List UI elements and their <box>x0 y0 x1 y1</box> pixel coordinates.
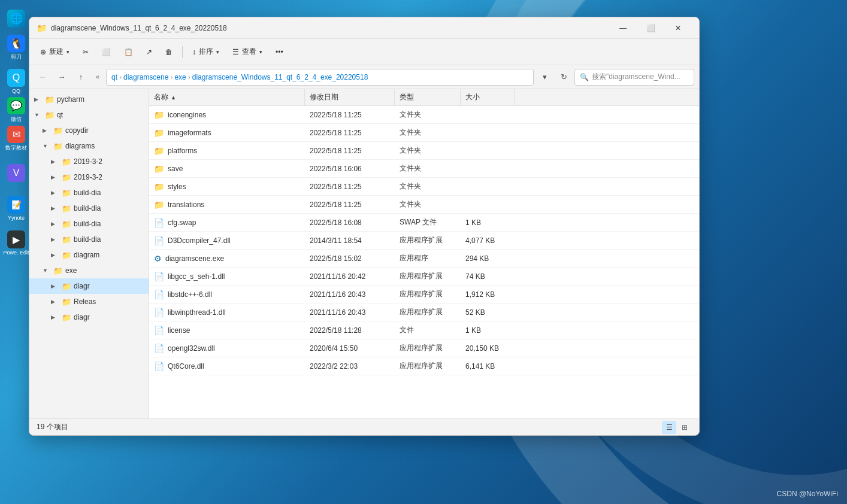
sidebar: ▶ 📁 pycharm ▼ 📁 qt ▶ 📁 copydir ▼ 📁 diagr… <box>29 89 149 418</box>
explorer-window: 📁 diagramscene_Windows_11_qt_6_2_4_exe_2… <box>29 17 700 436</box>
taskbar-icon-app1[interactable]: V <box>3 160 29 187</box>
back-button[interactable]: ← <box>34 69 51 86</box>
maximize-button[interactable]: ⬜ <box>637 17 664 39</box>
address-bar: ← → ↑ « qt › diagramscene › exe › diagra… <box>29 65 699 89</box>
taskbar-icon-browser[interactable]: 🌐 <box>3 6 29 32</box>
file-icon: 📄 <box>154 272 164 281</box>
grid-view-button[interactable]: ⊞ <box>677 421 692 434</box>
sort-icon: ↕ <box>192 48 196 56</box>
file-icon: 📄 <box>154 308 164 317</box>
delete-button[interactable]: 🗑 <box>159 42 179 62</box>
taskbar-icon-qq2[interactable]: Q QQ <box>3 68 29 95</box>
breadcrumb-bar[interactable]: qt › diagramscene › exe › diagramscene_W… <box>106 69 534 86</box>
title-controls: — ⬜ ✕ <box>609 17 692 39</box>
file-icon: 📄 <box>154 362 164 371</box>
file-row-platforms[interactable]: 📁platforms 2022/5/18 11:25 文件夹 <box>149 142 699 160</box>
sidebar-item-exe[interactable]: ▼ 📁 exe <box>29 263 149 278</box>
folder-icon: 📁 <box>62 282 71 291</box>
column-header-type[interactable]: 类型 <box>395 89 461 105</box>
up-button[interactable]: ↑ <box>72 69 89 86</box>
file-row[interactable]: 📄license 2022/5/18 11:28 文件 1 KB <box>149 321 699 339</box>
expand-arrow: ▶ <box>51 314 59 320</box>
cut-icon: ✂ <box>83 48 89 56</box>
breadcrumb-diagramscene[interactable]: diagramscene <box>123 73 168 81</box>
sidebar-item-diagram[interactable]: ▶ 📁 diagram <box>29 247 149 263</box>
breadcrumb-exe[interactable]: exe <box>174 73 186 81</box>
address-dropdown-button[interactable]: ▾ <box>536 69 553 86</box>
search-bar[interactable]: 🔍 搜索"diagramscene_Wind... <box>574 69 694 86</box>
new-button[interactable]: ⊕ 新建 ▾ <box>34 42 75 62</box>
more-button[interactable]: ••• <box>270 42 289 62</box>
folder-icon: 📁 <box>154 128 164 138</box>
taskbar-icon-wechat[interactable]: 💬 微信 <box>3 97 29 123</box>
file-row[interactable]: 📄libwinpthread-1.dll 2021/11/16 20:43 应用… <box>149 303 699 321</box>
folder-icon: 📁 <box>62 173 71 182</box>
file-row[interactable]: 📄Qt6Core.dll 2022/3/2 22:03 应用程序扩展 6,141… <box>149 357 699 375</box>
folder-icon: 📁 <box>154 200 164 210</box>
copy-button[interactable]: ⬜ <box>96 42 117 62</box>
sort-button[interactable]: ↕ 排序 ▾ <box>186 42 225 62</box>
new-icon: ⊕ <box>40 48 46 56</box>
share-button[interactable]: ↗ <box>140 42 158 62</box>
sidebar-item-releas[interactable]: ▶ 📁 Releas <box>29 294 149 309</box>
cut-button[interactable]: ✂ <box>77 42 95 62</box>
sidebar-item-copydir[interactable]: ▶ 📁 copydir <box>29 123 149 138</box>
folder-icon: 📁 <box>62 297 71 306</box>
taskbar-icon-yynote[interactable]: 📝 Yynote <box>3 195 29 221</box>
sidebar-item-2019-2[interactable]: ▶ 📁 2019-3-2 <box>29 169 149 185</box>
folder-icon: 📁 <box>62 189 71 198</box>
file-list-header: 名称 ▲ 修改日期 类型 大小 <box>149 89 699 106</box>
file-row[interactable]: 📄cfg.swap 2022/5/18 16:08 SWAP 文件 1 KB <box>149 214 699 232</box>
expand-arrow: ▶ <box>51 190 59 196</box>
breadcrumb-current[interactable]: diagramscene_Windows_11_qt_6_2_4_exe_202… <box>192 73 368 81</box>
file-row[interactable]: 📁styles 2022/5/18 11:25 文件夹 <box>149 178 699 196</box>
file-row[interactable]: 📄libgcc_s_seh-1.dll 2021/11/16 20:42 应用程… <box>149 268 699 286</box>
sidebar-item-build1[interactable]: ▶ 📁 build-dia <box>29 185 149 201</box>
toolbar: ⊕ 新建 ▾ ✂ ⬜ 📋 ↗ 🗑 ↕ 排序 ▾ ☰ 查看 ▾ <box>29 39 699 65</box>
list-view-button[interactable]: ☰ <box>662 421 676 434</box>
taskbar-icon-mail[interactable]: ✉ 数字教材 <box>3 126 29 152</box>
folder-icon: 📁 <box>62 251 71 260</box>
minimize-button[interactable]: — <box>609 17 637 39</box>
column-header-name[interactable]: 名称 ▲ <box>149 89 305 105</box>
sidebar-item-2019-1[interactable]: ▶ 📁 2019-3-2 <box>29 154 149 169</box>
paste-button[interactable]: 📋 <box>118 42 139 62</box>
close-button[interactable]: ✕ <box>664 17 692 39</box>
copy-icon: ⬜ <box>102 48 111 56</box>
folder-icon: 📁 <box>53 142 63 151</box>
column-header-size[interactable]: 大小 <box>461 89 515 105</box>
file-row[interactable]: 📁iconengines 2022/5/18 11:25 文件夹 <box>149 106 699 124</box>
folder-icon: 📁 <box>154 110 164 120</box>
search-placeholder: 搜索"diagramscene_Wind... <box>592 72 680 82</box>
file-row[interactable]: 📄libstdc++-6.dll 2021/11/16 20:43 应用程序扩展… <box>149 286 699 303</box>
exe-icon: ⚙ <box>154 254 162 263</box>
column-header-date[interactable]: 修改日期 <box>305 89 395 105</box>
sidebar-item-qt[interactable]: ▼ 📁 qt <box>29 107 149 123</box>
breadcrumb-left-arrow[interactable]: « <box>92 69 104 86</box>
folder-icon: 📁 <box>45 95 55 104</box>
taskbar-icon-qq[interactable]: 🐧 剪刀 <box>3 35 29 61</box>
file-row-exe[interactable]: ⚙diagramscene.exe 2022/5/18 15:02 应用程序 2… <box>149 250 699 268</box>
expand-arrow: ▶ <box>51 159 59 165</box>
view-button[interactable]: ☰ 查看 ▾ <box>226 42 268 62</box>
breadcrumb-qt[interactable]: qt <box>111 73 117 81</box>
sidebar-item-build3[interactable]: ▶ 📁 build-dia <box>29 216 149 232</box>
new-dropdown-arrow: ▾ <box>66 49 69 55</box>
refresh-button[interactable]: ↻ <box>555 69 572 86</box>
folder-icon: 📁 <box>53 266 63 275</box>
taskbar-icon-video[interactable]: ▶ Powe..Edit <box>3 230 29 256</box>
sidebar-item-diagr2[interactable]: ▶ 📁 diagr <box>29 309 149 325</box>
sidebar-item-build4[interactable]: ▶ 📁 build-dia <box>29 232 149 247</box>
sidebar-item-build2[interactable]: ▶ 📁 build-dia <box>29 201 149 216</box>
file-row[interactable]: 📄opengl32sw.dll 2020/6/4 15:50 应用程序扩展 20… <box>149 339 699 357</box>
file-row[interactable]: 📄D3Dcompiler_47.dll 2014/3/11 18:54 应用程序… <box>149 232 699 250</box>
file-row[interactable]: 📁save 2022/5/18 16:06 文件夹 <box>149 160 699 178</box>
file-row[interactable]: 📁imageformats 2022/5/18 11:25 文件夹 <box>149 124 699 142</box>
sidebar-item-diagrams[interactable]: ▼ 📁 diagrams <box>29 138 149 154</box>
sidebar-item-diagr-selected[interactable]: ▶ 📁 diagr <box>29 278 149 294</box>
file-row[interactable]: 📁translations 2022/5/18 11:25 文件夹 <box>149 196 699 214</box>
sidebar-item-pycharm[interactable]: ▶ 📁 pycharm <box>29 92 149 107</box>
forward-button[interactable]: → <box>53 69 70 86</box>
sort-arrow-up: ▲ <box>171 95 176 101</box>
expand-arrow: ▶ <box>51 236 59 242</box>
